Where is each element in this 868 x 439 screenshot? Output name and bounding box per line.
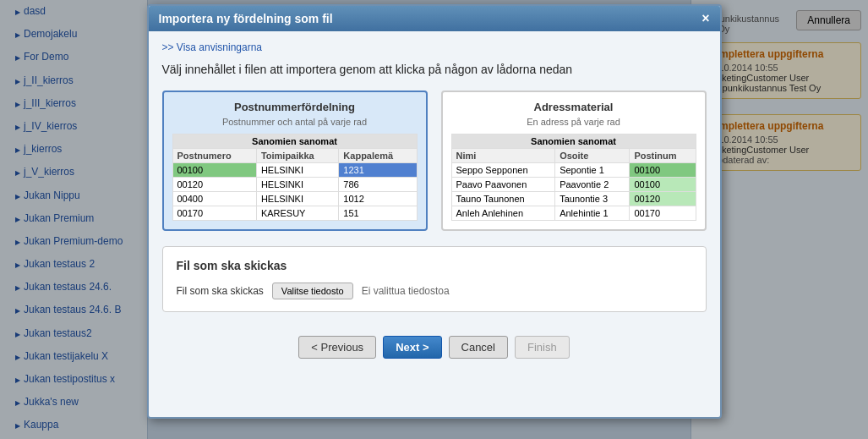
table-row: Seppo Sepponen Sepontie 1 00100 bbox=[451, 162, 696, 177]
modal-overlay: Importera ny fördelning som fil × >> Vis… bbox=[0, 0, 868, 439]
postnummer-r3c2: HELSINKI bbox=[256, 191, 338, 206]
table-row: Anleh Anlehinen Anlehintie 1 00170 bbox=[451, 206, 696, 220]
cards-row: Postnummerfördelning Postnummer och anta… bbox=[162, 91, 707, 231]
card-postnummer-subtitle: Postnummer och antal på varje rad bbox=[172, 117, 418, 127]
file-label: Fil som ska skickas bbox=[177, 285, 264, 297]
postnummer-r1c1: 00100 bbox=[172, 162, 256, 177]
adress-r2c3: 00100 bbox=[630, 177, 696, 191]
table-row: 00120 HELSINKI 786 bbox=[172, 177, 417, 191]
adress-col2: Osoite bbox=[555, 148, 630, 162]
table-row: 00100 HELSINKI 1231 bbox=[172, 162, 417, 177]
postnummer-company: Sanomien sanomat bbox=[172, 134, 417, 148]
modal-dialog: Importera ny fördelning som fil × >> Vis… bbox=[147, 4, 722, 419]
adress-company: Sanomien sanomat bbox=[451, 134, 696, 148]
adress-r2c1: Paavo Paavonen bbox=[451, 177, 555, 191]
postnummer-r1c2: HELSINKI bbox=[256, 162, 338, 177]
file-row: Fil som ska skickas Valitse tiedosto Ei … bbox=[177, 283, 692, 299]
postnummer-r4c2: KARESUY bbox=[256, 206, 338, 220]
file-section-title: Fil som ska skickas bbox=[177, 259, 692, 272]
modal-close-button[interactable]: × bbox=[701, 12, 709, 25]
postnummer-table: Sanomien sanomat Postnumero Toimipaikka … bbox=[172, 134, 418, 221]
adress-r3c1: Tauno Taunonen bbox=[451, 191, 555, 206]
table-row: Paavo Paavonen Paavontie 2 00100 bbox=[451, 177, 696, 191]
postnummer-col1: Postnumero bbox=[172, 148, 256, 162]
adress-col1: Nimi bbox=[451, 148, 555, 162]
adress-r3c2: Taunontie 3 bbox=[555, 191, 630, 206]
file-section: Fil som ska skickas Fil som ska skickas … bbox=[162, 246, 707, 312]
adress-col3: Postinum bbox=[630, 148, 696, 162]
modal-title: Importera ny fördelning som fil bbox=[159, 12, 333, 25]
table-row: 00400 HELSINKI 1012 bbox=[172, 191, 417, 206]
no-file-text: Ei valittua tiedostoa bbox=[362, 285, 450, 297]
adress-table: Sanomien sanomat Nimi Osoite Postinum Se… bbox=[451, 134, 696, 221]
adress-r4c2: Anlehintie 1 bbox=[555, 206, 630, 220]
modal-footer: < Previous Next > Cancel Finish bbox=[149, 336, 720, 372]
table-row: Tauno Taunonen Taunontie 3 00120 bbox=[451, 191, 696, 206]
table-row: 00170 KARESUY 151 bbox=[172, 206, 417, 220]
adress-r4c1: Anleh Anlehinen bbox=[451, 206, 555, 220]
cancel-button[interactable]: Cancel bbox=[449, 336, 508, 359]
postnummer-r2c1: 00120 bbox=[172, 177, 256, 191]
adress-r1c2: Sepontie 1 bbox=[555, 162, 630, 177]
finish-button[interactable]: Finish bbox=[515, 336, 570, 359]
card-adress[interactable]: Adressmaterial En adress på varje rad Sa… bbox=[441, 91, 707, 231]
postnummer-r2c2: HELSINKI bbox=[256, 177, 338, 191]
adress-r1c1: Seppo Sepponen bbox=[451, 162, 555, 177]
postnummer-r3c3: 1012 bbox=[339, 191, 417, 206]
next-button[interactable]: Next > bbox=[383, 336, 441, 359]
card-postnummer-title: Postnummerfördelning bbox=[172, 101, 418, 113]
postnummer-r4c1: 00170 bbox=[172, 206, 256, 220]
postnummer-r1c3: 1231 bbox=[339, 162, 417, 177]
adress-r4c3: 00170 bbox=[630, 206, 696, 220]
postnummer-r3c1: 00400 bbox=[172, 191, 256, 206]
postnummer-r2c3: 786 bbox=[339, 177, 417, 191]
modal-subtitle: Välj innehållet i filen att importera ge… bbox=[162, 62, 707, 79]
adress-r2c2: Paavontie 2 bbox=[555, 177, 630, 191]
choose-file-button[interactable]: Valitse tiedosto bbox=[272, 283, 353, 299]
card-adress-subtitle: En adress på varje rad bbox=[451, 117, 696, 127]
card-postnummer[interactable]: Postnummerfördelning Postnummer och anta… bbox=[162, 91, 428, 231]
prev-button[interactable]: < Previous bbox=[298, 336, 376, 359]
adress-r3c3: 00120 bbox=[630, 191, 696, 206]
postnummer-col3: Kappalemä bbox=[339, 148, 417, 162]
visa-anvisningarna-link[interactable]: >> Visa anvisningarna bbox=[162, 41, 707, 53]
card-adress-title: Adressmaterial bbox=[451, 101, 696, 113]
modal-header: Importera ny fördelning som fil × bbox=[149, 6, 720, 31]
adress-r1c3: 00100 bbox=[630, 162, 696, 177]
postnummer-r4c3: 151 bbox=[339, 206, 417, 220]
postnummer-col2: Toimipaikka bbox=[256, 148, 338, 162]
modal-body: >> Visa anvisningarna Välj innehållet i … bbox=[149, 31, 720, 336]
